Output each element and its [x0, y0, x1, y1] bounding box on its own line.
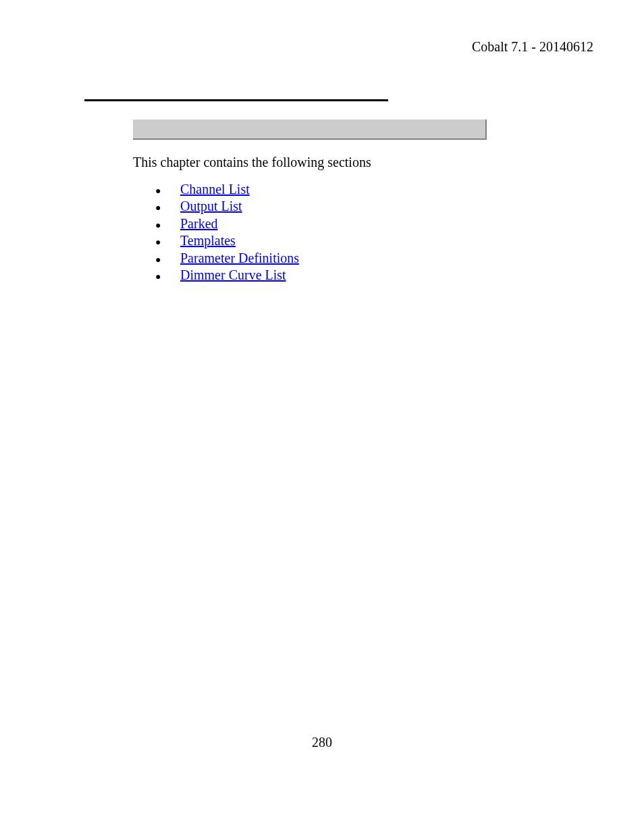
link-parked[interactable]: Parked	[180, 215, 218, 232]
link-parameter-definitions[interactable]: Parameter Definitions	[180, 250, 299, 266]
bullet-icon: ●	[153, 202, 180, 213]
bullet-icon: ●	[153, 236, 180, 248]
section-heading-box	[133, 120, 487, 140]
link-dimmer-curve-list[interactable]: Dimmer Curve List	[180, 267, 286, 283]
intro-paragraph: This chapter contains the following sect…	[133, 155, 371, 170]
section-links-list: ● Channel List ● Output List ● Parked ● …	[153, 181, 299, 284]
section-divider	[84, 99, 388, 101]
page-number: 280	[312, 735, 332, 750]
list-item: ● Dimmer Curve List	[153, 267, 299, 283]
bullet-icon: ●	[153, 271, 180, 282]
bullet-icon: ●	[153, 254, 180, 265]
link-channel-list[interactable]: Channel List	[180, 181, 250, 197]
list-item: ● Channel List	[153, 181, 299, 197]
bullet-icon: ●	[153, 219, 180, 231]
link-templates[interactable]: Templates	[180, 232, 236, 249]
list-item: ● Parked	[153, 215, 299, 232]
link-output-list[interactable]: Output List	[180, 198, 242, 214]
list-item: ● Templates	[153, 232, 299, 249]
bullet-icon: ●	[153, 185, 180, 197]
list-item: ● Output List	[153, 198, 299, 214]
header-version: Cobalt 7.1 - 20140612	[472, 39, 593, 55]
list-item: ● Parameter Definitions	[153, 250, 299, 266]
